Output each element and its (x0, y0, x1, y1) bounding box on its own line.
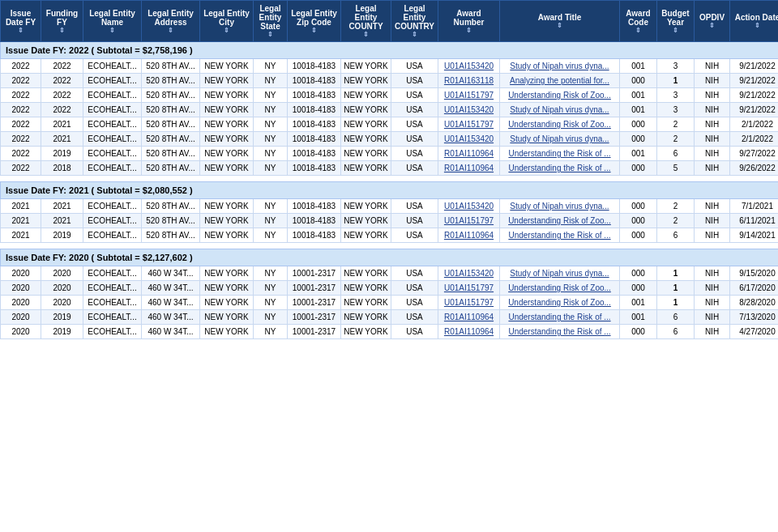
column-header-address[interactable]: Legal Entity Address⇕ (142, 1, 200, 42)
cell-fund_fy: 2019 (41, 325, 83, 339)
cell-award_num: U01AI153420 (438, 59, 500, 74)
award-title-link[interactable]: Study of Nipah virus dyna... (510, 62, 609, 70)
award-number-link[interactable]: R01AI110964 (444, 231, 494, 240)
award-number-link[interactable]: U01AI151797 (444, 91, 494, 100)
column-header-action_date[interactable]: Action Date⇕ (730, 1, 779, 42)
column-header-opdiv[interactable]: OPDIV⇕ (695, 1, 730, 42)
cell-code: 000 (620, 228, 657, 243)
award-title-link[interactable]: Analyzing the potential for... (510, 76, 609, 85)
cell-issue_fy: 2022 (1, 117, 41, 132)
award-title-link[interactable]: Understanding Risk of Zoo... (508, 216, 611, 225)
award-title-link[interactable]: Understanding the Risk of ... (508, 164, 610, 172)
column-header-award_num[interactable]: Award Number⇕ (438, 1, 500, 42)
award-title-link[interactable]: Understanding the Risk of ... (508, 231, 610, 240)
award-number-link[interactable]: U01AI153420 (444, 134, 494, 143)
award-title-link[interactable]: Understanding Risk of Zoo... (508, 283, 611, 292)
sort-icon-city: ⇕ (203, 27, 250, 34)
sort-icon-title: ⇕ (502, 22, 617, 29)
award-title-link[interactable]: Understanding Risk of Zoo... (508, 120, 611, 129)
award-number-link[interactable]: R01AI110964 (444, 327, 494, 336)
cell-city: NEW YORK (200, 310, 254, 325)
award-number-link[interactable]: R01AI110964 (444, 149, 494, 158)
cell-city: NEW YORK (200, 117, 254, 132)
cell-zip: 10001-2317 (288, 310, 341, 325)
table-row: 20222022ECOHEALT...520 8TH AV...NEW YORK… (1, 88, 779, 103)
cell-issue_fy: 2022 (1, 88, 41, 103)
cell-fund_fy: 2021 (41, 132, 83, 147)
award-title-link[interactable]: Understanding Risk of Zoo... (508, 91, 611, 100)
cell-city: NEW YORK (200, 103, 254, 117)
cell-name: ECOHEALT... (83, 161, 142, 176)
award-title-link[interactable]: Study of Nipah virus dyna... (510, 134, 609, 143)
column-header-fund_fy[interactable]: Funding FY⇕ (41, 1, 83, 42)
cell-address: 520 8TH AV... (142, 147, 200, 161)
cell-fund_fy: 2021 (41, 117, 83, 132)
cell-budget_yr: 1 (657, 74, 695, 88)
cell-code: 000 (620, 117, 657, 132)
column-header-name[interactable]: Legal Entity Name⇕ (83, 1, 142, 42)
column-header-city[interactable]: Legal Entity City⇕ (200, 1, 254, 42)
table-row: 20222022ECOHEALT...520 8TH AV...NEW YORK… (1, 103, 779, 117)
award-number-link[interactable]: U01AI153420 (444, 62, 494, 70)
award-number-link[interactable]: U01AI153420 (444, 202, 494, 211)
column-header-budget_yr[interactable]: Budget Year⇕ (657, 1, 695, 42)
cell-county: NEW YORK (341, 74, 391, 88)
award-title-link[interactable]: Study of Nipah virus dyna... (510, 269, 609, 278)
cell-opdiv: NIH (695, 117, 730, 132)
table-row: 20222022ECOHEALT...520 8TH AV...NEW YORK… (1, 74, 779, 88)
table-row: 20222019ECOHEALT...520 8TH AV...NEW YORK… (1, 147, 779, 161)
cell-country: USA (391, 132, 438, 147)
award-number-link[interactable]: U01AI153420 (444, 105, 494, 114)
cell-budget_yr: 1 (657, 266, 695, 281)
award-title-link[interactable]: Understanding the Risk of ... (508, 313, 610, 321)
table-row: 20212021ECOHEALT...520 8TH AV...NEW YORK… (1, 199, 779, 214)
cell-title: Study of Nipah virus dyna... (500, 59, 620, 74)
column-header-code[interactable]: Award Code⇕ (620, 1, 657, 42)
column-header-issue_fy[interactable]: Issue Date FY⇕ (1, 1, 41, 42)
sort-icon-budget_yr: ⇕ (660, 27, 691, 34)
cell-name: ECOHEALT... (83, 74, 142, 88)
cell-budget_yr: 2 (657, 132, 695, 147)
award-number-link[interactable]: U01AI151797 (444, 120, 494, 129)
column-header-country[interactable]: Legal Entity COUNTRY⇕ (391, 1, 438, 42)
cell-code: 000 (620, 266, 657, 281)
cell-county: NEW YORK (341, 132, 391, 147)
award-number-link[interactable]: U01AI151797 (444, 216, 494, 225)
column-header-county[interactable]: Legal Entity COUNTY⇕ (341, 1, 391, 42)
data-table-container: Issue Date FY⇕Funding FY⇕Legal Entity Na… (0, 0, 778, 339)
cell-address: 520 8TH AV... (142, 214, 200, 228)
award-number-link[interactable]: U01AI151797 (444, 298, 494, 307)
column-header-state[interactable]: Legal Entity State⇕ (254, 1, 288, 42)
column-header-title[interactable]: Award Title⇕ (500, 1, 620, 42)
award-number-link[interactable]: R01AI110964 (444, 164, 494, 172)
sort-icon-address: ⇕ (144, 27, 197, 34)
award-title-link[interactable]: Understanding Risk of Zoo... (508, 298, 611, 307)
award-title-link[interactable]: Study of Nipah virus dyna... (510, 202, 609, 211)
award-number-link[interactable]: R01AI110964 (444, 313, 494, 321)
cell-county: NEW YORK (341, 161, 391, 176)
cell-fund_fy: 2020 (41, 281, 83, 296)
cell-city: NEW YORK (200, 147, 254, 161)
cell-award_num: R01AI110964 (438, 310, 500, 325)
cell-code: 000 (620, 161, 657, 176)
cell-issue_fy: 2022 (1, 161, 41, 176)
award-number-link[interactable]: U01AI151797 (444, 283, 494, 292)
award-title-link[interactable]: Understanding the Risk of ... (508, 149, 610, 158)
award-number-link[interactable]: R01AI163118 (444, 76, 494, 85)
cell-budget_yr: 3 (657, 103, 695, 117)
cell-budget_yr: 6 (657, 147, 695, 161)
cell-address: 460 W 34T... (142, 266, 200, 281)
sort-icon-country: ⇕ (394, 31, 435, 38)
award-title-link[interactable]: Study of Nipah virus dyna... (510, 105, 609, 114)
cell-city: NEW YORK (200, 74, 254, 88)
cell-budget_yr: 1 (657, 281, 695, 296)
column-header-zip[interactable]: Legal Entity Zip Code⇕ (288, 1, 341, 42)
cell-country: USA (391, 74, 438, 88)
cell-award_num: U01AI151797 (438, 117, 500, 132)
cell-award_num: U01AI151797 (438, 281, 500, 296)
cell-award_num: U01AI151797 (438, 214, 500, 228)
award-title-link[interactable]: Understanding the Risk of ... (508, 327, 610, 336)
cell-county: NEW YORK (341, 228, 391, 243)
cell-address: 460 W 34T... (142, 296, 200, 310)
award-number-link[interactable]: U01AI153420 (444, 269, 494, 278)
